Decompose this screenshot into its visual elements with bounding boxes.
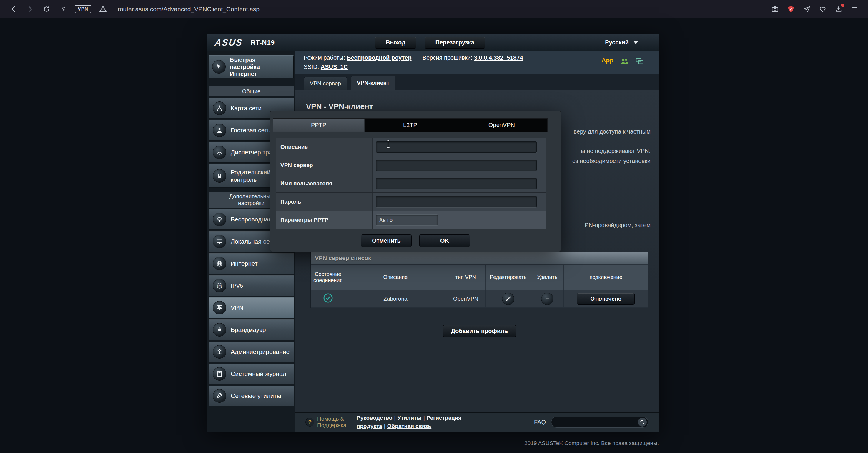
- sidebar-item-label: Брандмауэр: [231, 326, 266, 333]
- parental-controls-icon: [213, 169, 226, 183]
- cancel-button[interactable]: Отменить: [361, 234, 412, 247]
- tab-vpn-server[interactable]: VPN сервер: [304, 77, 347, 90]
- username-input[interactable]: [376, 178, 537, 189]
- sidebar-item-wan[interactable]: Интернет: [209, 253, 293, 274]
- firmware-label: Версия прошивки:: [423, 55, 472, 61]
- mode-label: Режим работы:: [304, 55, 345, 61]
- utilities-link[interactable]: Утилиты: [398, 415, 422, 421]
- add-vpn-profile-dialog: PPTP L2TP OpenVPN Описание VPN сервер: [270, 110, 561, 252]
- heart-icon[interactable]: [818, 4, 827, 14]
- sidebar-item-label: Карта сети: [231, 105, 261, 112]
- firewall-flame-icon: [213, 323, 226, 336]
- app-link[interactable]: App: [601, 57, 614, 64]
- tab-pptp[interactable]: PPTP: [273, 119, 365, 132]
- pptp-options-input[interactable]: [376, 215, 438, 226]
- panel-footer: ? Помощь & Поддержка Руководство|Утилиты…: [295, 412, 659, 431]
- sidebar-item-quick-setup[interactable]: Быстрая настройка Интернет: [209, 55, 293, 78]
- svg-text:IPv6: IPv6: [217, 285, 222, 287]
- sidebar-section-general: Общие: [209, 87, 293, 96]
- connection-toggle-button[interactable]: Отключено: [577, 293, 635, 305]
- system-log-icon: [213, 367, 226, 381]
- adguard-shield-icon[interactable]: [786, 4, 796, 14]
- sidebar-item-administration[interactable]: Администрирование: [209, 342, 293, 362]
- edit-cell: [486, 290, 531, 308]
- faq-search-box: [551, 417, 648, 428]
- ssid-value-link[interactable]: ASUS_1C: [321, 64, 348, 70]
- vpn-type-cell: OpenVPN: [446, 290, 486, 308]
- sidebar-item-label: VPN: [231, 304, 243, 311]
- feedback-link[interactable]: Обратная связь: [387, 423, 432, 429]
- lan-icon: [213, 235, 226, 248]
- table-title: VPN сервер список: [311, 252, 648, 264]
- password-input[interactable]: [376, 196, 537, 207]
- page-background: ASUS RT-N19 Выход Перезагрузка Русский: [0, 18, 868, 453]
- tab-vpn-client[interactable]: VPN-клиент: [351, 75, 396, 90]
- wireless-icon: [213, 213, 226, 226]
- vpn-server-label: VPN сервер: [276, 156, 372, 174]
- ssid-line: SSID: ASUS_1C: [304, 62, 523, 71]
- vpn-server-value-cell: [372, 156, 546, 174]
- forward-icon[interactable]: [25, 4, 35, 14]
- screenshot-icon[interactable]: [770, 4, 780, 14]
- search-icon[interactable]: [638, 418, 647, 426]
- logout-button[interactable]: Выход: [375, 37, 416, 48]
- connected-check-icon: [323, 293, 333, 303]
- delete-button[interactable]: [541, 293, 554, 305]
- firmware-value-link[interactable]: 3.0.0.4.382_51874: [474, 55, 523, 61]
- pptp-fields: Описание VPN сервер Имя пользователя: [276, 138, 546, 229]
- back-icon[interactable]: [9, 4, 18, 14]
- sidebar-item-vpn[interactable]: VPN: [209, 297, 293, 318]
- table-row: Zaborona OpenVPN: [311, 290, 648, 308]
- sidebar-item-label: Администрирование: [231, 348, 289, 355]
- reboot-button[interactable]: Перезагрузка: [425, 37, 485, 48]
- sidebar-item-network-tools[interactable]: Сетевые утилиты: [209, 386, 293, 406]
- sidebar-item-label: Сетевые утилиты: [231, 392, 281, 399]
- status-cell: [311, 290, 345, 308]
- field-row-vpn-server: VPN сервер: [276, 156, 546, 174]
- faq-search-input[interactable]: [556, 419, 638, 425]
- screen: VPN router.asus.com/Advanced_VPNClient_C…: [0, 0, 868, 453]
- clients-icon[interactable]: [620, 57, 629, 67]
- downloads-icon[interactable]: [834, 4, 843, 14]
- tab-l2tp[interactable]: L2TP: [365, 119, 456, 132]
- tab-openvpn[interactable]: OpenVPN: [456, 119, 547, 132]
- field-row-pptp-options: Параметры PPTP: [276, 211, 546, 229]
- gear-icon: [213, 345, 226, 359]
- address-bar[interactable]: router.asus.com/Advanced_VPNClient_Conte…: [118, 6, 259, 13]
- sidebar-item-system-log[interactable]: Системный журнал: [209, 363, 293, 384]
- language-label: Русский: [605, 39, 629, 46]
- support-label: Помощь & Поддержка: [317, 416, 350, 429]
- add-profile-row: Добавить профиль: [310, 325, 649, 337]
- link-separator: |: [393, 415, 398, 421]
- add-profile-button[interactable]: Добавить профиль: [443, 325, 516, 337]
- ok-button[interactable]: OK: [419, 234, 470, 247]
- sidebar-item-label: Интернет: [231, 260, 258, 267]
- link-icon[interactable]: [58, 4, 68, 14]
- download-notification-dot: [841, 3, 844, 7]
- warning-icon[interactable]: [98, 4, 108, 14]
- password-value-cell: [372, 193, 546, 211]
- column-header-connection: подключение: [564, 265, 648, 290]
- description-text-fragment: ы не поддерживают VPN.: [581, 148, 651, 155]
- description-input[interactable]: [376, 141, 537, 153]
- sidebar-item-firewall[interactable]: Брандмауэр: [209, 319, 293, 340]
- edit-button[interactable]: [502, 293, 514, 305]
- mode-value-link[interactable]: Беспроводной роутер: [347, 55, 411, 61]
- sidebar-item-ipv6[interactable]: IPv6 IPv6: [209, 275, 293, 296]
- manual-link[interactable]: Руководство: [356, 415, 393, 421]
- vpn-extension-badge[interactable]: VPN: [75, 5, 91, 13]
- menu-list-icon[interactable]: [850, 4, 859, 14]
- sidebar-item-label: IPv6: [231, 282, 243, 289]
- chevron-down-icon: [633, 41, 638, 44]
- info-bar: Режим работы: Беспроводной роутер Версия…: [295, 51, 659, 75]
- screen-mirror-icon[interactable]: [635, 57, 644, 67]
- traffic-manager-icon: [213, 145, 226, 159]
- language-selector[interactable]: Русский: [605, 39, 638, 46]
- field-row-description: Описание: [276, 138, 546, 156]
- vpn-server-input[interactable]: [376, 160, 537, 171]
- column-header-delete: Удалить: [531, 265, 564, 290]
- send-icon[interactable]: [802, 4, 811, 14]
- reload-icon[interactable]: [42, 4, 51, 14]
- help-icon: ?: [305, 418, 314, 426]
- asus-logo: ASUS: [214, 37, 243, 48]
